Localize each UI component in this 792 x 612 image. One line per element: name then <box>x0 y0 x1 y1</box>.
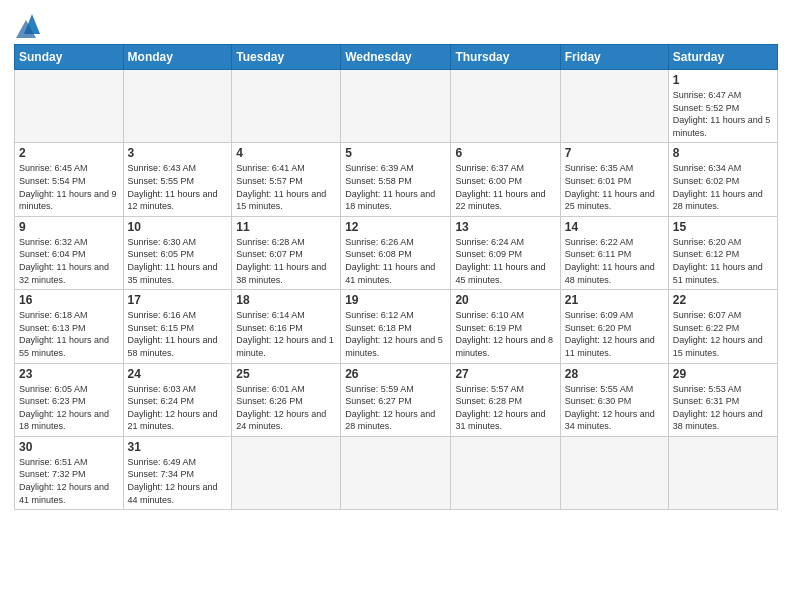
calendar-cell <box>15 70 124 143</box>
header-area <box>14 10 778 38</box>
calendar-cell: 25Sunrise: 6:01 AM Sunset: 6:26 PM Dayli… <box>232 363 341 436</box>
weekday-header-thursday: Thursday <box>451 45 560 70</box>
day-info: Sunrise: 6:39 AM Sunset: 5:58 PM Dayligh… <box>345 162 446 212</box>
day-info: Sunrise: 6:07 AM Sunset: 6:22 PM Dayligh… <box>673 309 773 359</box>
day-info: Sunrise: 5:59 AM Sunset: 6:27 PM Dayligh… <box>345 383 446 433</box>
day-number: 25 <box>236 367 336 381</box>
calendar-cell: 27Sunrise: 5:57 AM Sunset: 6:28 PM Dayli… <box>451 363 560 436</box>
day-number: 16 <box>19 293 119 307</box>
day-info: Sunrise: 6:26 AM Sunset: 6:08 PM Dayligh… <box>345 236 446 286</box>
calendar-table: SundayMondayTuesdayWednesdayThursdayFrid… <box>14 44 778 510</box>
calendar-cell: 13Sunrise: 6:24 AM Sunset: 6:09 PM Dayli… <box>451 216 560 289</box>
day-number: 15 <box>673 220 773 234</box>
calendar-cell: 22Sunrise: 6:07 AM Sunset: 6:22 PM Dayli… <box>668 290 777 363</box>
calendar-cell: 11Sunrise: 6:28 AM Sunset: 6:07 PM Dayli… <box>232 216 341 289</box>
day-number: 31 <box>128 440 228 454</box>
calendar-cell <box>341 436 451 509</box>
calendar-cell <box>668 436 777 509</box>
calendar-cell: 18Sunrise: 6:14 AM Sunset: 6:16 PM Dayli… <box>232 290 341 363</box>
calendar-cell: 10Sunrise: 6:30 AM Sunset: 6:05 PM Dayli… <box>123 216 232 289</box>
calendar-cell <box>560 70 668 143</box>
day-number: 13 <box>455 220 555 234</box>
day-info: Sunrise: 6:20 AM Sunset: 6:12 PM Dayligh… <box>673 236 773 286</box>
weekday-header-row: SundayMondayTuesdayWednesdayThursdayFrid… <box>15 45 778 70</box>
day-info: Sunrise: 5:53 AM Sunset: 6:31 PM Dayligh… <box>673 383 773 433</box>
day-number: 11 <box>236 220 336 234</box>
day-info: Sunrise: 6:47 AM Sunset: 5:52 PM Dayligh… <box>673 89 773 139</box>
day-info: Sunrise: 6:18 AM Sunset: 6:13 PM Dayligh… <box>19 309 119 359</box>
calendar-cell <box>560 436 668 509</box>
calendar-cell <box>341 70 451 143</box>
day-info: Sunrise: 6:43 AM Sunset: 5:55 PM Dayligh… <box>128 162 228 212</box>
day-number: 8 <box>673 146 773 160</box>
day-info: Sunrise: 6:51 AM Sunset: 7:32 PM Dayligh… <box>19 456 119 506</box>
day-number: 19 <box>345 293 446 307</box>
day-number: 9 <box>19 220 119 234</box>
logo <box>14 10 48 38</box>
calendar-cell: 21Sunrise: 6:09 AM Sunset: 6:20 PM Dayli… <box>560 290 668 363</box>
day-number: 3 <box>128 146 228 160</box>
week-row-5: 30Sunrise: 6:51 AM Sunset: 7:32 PM Dayli… <box>15 436 778 509</box>
calendar-cell: 7Sunrise: 6:35 AM Sunset: 6:01 PM Daylig… <box>560 143 668 216</box>
day-info: Sunrise: 6:28 AM Sunset: 6:07 PM Dayligh… <box>236 236 336 286</box>
logo-icon <box>16 10 48 38</box>
day-number: 6 <box>455 146 555 160</box>
day-number: 1 <box>673 73 773 87</box>
calendar-cell <box>451 70 560 143</box>
calendar-cell: 23Sunrise: 6:05 AM Sunset: 6:23 PM Dayli… <box>15 363 124 436</box>
day-info: Sunrise: 6:10 AM Sunset: 6:19 PM Dayligh… <box>455 309 555 359</box>
weekday-header-friday: Friday <box>560 45 668 70</box>
day-number: 26 <box>345 367 446 381</box>
day-number: 10 <box>128 220 228 234</box>
day-info: Sunrise: 6:30 AM Sunset: 6:05 PM Dayligh… <box>128 236 228 286</box>
day-info: Sunrise: 6:41 AM Sunset: 5:57 PM Dayligh… <box>236 162 336 212</box>
day-info: Sunrise: 6:32 AM Sunset: 6:04 PM Dayligh… <box>19 236 119 286</box>
calendar-cell: 14Sunrise: 6:22 AM Sunset: 6:11 PM Dayli… <box>560 216 668 289</box>
day-info: Sunrise: 6:12 AM Sunset: 6:18 PM Dayligh… <box>345 309 446 359</box>
day-number: 21 <box>565 293 664 307</box>
day-info: Sunrise: 6:09 AM Sunset: 6:20 PM Dayligh… <box>565 309 664 359</box>
week-row-2: 9Sunrise: 6:32 AM Sunset: 6:04 PM Daylig… <box>15 216 778 289</box>
day-info: Sunrise: 6:22 AM Sunset: 6:11 PM Dayligh… <box>565 236 664 286</box>
calendar-cell: 1Sunrise: 6:47 AM Sunset: 5:52 PM Daylig… <box>668 70 777 143</box>
day-number: 24 <box>128 367 228 381</box>
week-row-1: 2Sunrise: 6:45 AM Sunset: 5:54 PM Daylig… <box>15 143 778 216</box>
day-number: 30 <box>19 440 119 454</box>
day-info: Sunrise: 5:55 AM Sunset: 6:30 PM Dayligh… <box>565 383 664 433</box>
calendar-cell: 28Sunrise: 5:55 AM Sunset: 6:30 PM Dayli… <box>560 363 668 436</box>
calendar-cell: 16Sunrise: 6:18 AM Sunset: 6:13 PM Dayli… <box>15 290 124 363</box>
calendar-cell: 29Sunrise: 5:53 AM Sunset: 6:31 PM Dayli… <box>668 363 777 436</box>
day-info: Sunrise: 6:34 AM Sunset: 6:02 PM Dayligh… <box>673 162 773 212</box>
calendar-cell: 9Sunrise: 6:32 AM Sunset: 6:04 PM Daylig… <box>15 216 124 289</box>
week-row-4: 23Sunrise: 6:05 AM Sunset: 6:23 PM Dayli… <box>15 363 778 436</box>
weekday-header-wednesday: Wednesday <box>341 45 451 70</box>
calendar-cell: 4Sunrise: 6:41 AM Sunset: 5:57 PM Daylig… <box>232 143 341 216</box>
calendar-cell: 5Sunrise: 6:39 AM Sunset: 5:58 PM Daylig… <box>341 143 451 216</box>
day-info: Sunrise: 6:24 AM Sunset: 6:09 PM Dayligh… <box>455 236 555 286</box>
calendar-cell <box>232 436 341 509</box>
calendar-cell: 24Sunrise: 6:03 AM Sunset: 6:24 PM Dayli… <box>123 363 232 436</box>
day-number: 4 <box>236 146 336 160</box>
weekday-header-tuesday: Tuesday <box>232 45 341 70</box>
day-number: 2 <box>19 146 119 160</box>
calendar-cell: 31Sunrise: 6:49 AM Sunset: 7:34 PM Dayli… <box>123 436 232 509</box>
day-info: Sunrise: 6:49 AM Sunset: 7:34 PM Dayligh… <box>128 456 228 506</box>
day-number: 29 <box>673 367 773 381</box>
week-row-0: 1Sunrise: 6:47 AM Sunset: 5:52 PM Daylig… <box>15 70 778 143</box>
calendar-cell: 3Sunrise: 6:43 AM Sunset: 5:55 PM Daylig… <box>123 143 232 216</box>
weekday-header-saturday: Saturday <box>668 45 777 70</box>
day-number: 18 <box>236 293 336 307</box>
day-info: Sunrise: 6:35 AM Sunset: 6:01 PM Dayligh… <box>565 162 664 212</box>
day-info: Sunrise: 6:45 AM Sunset: 5:54 PM Dayligh… <box>19 162 119 212</box>
weekday-header-sunday: Sunday <box>15 45 124 70</box>
calendar-cell: 20Sunrise: 6:10 AM Sunset: 6:19 PM Dayli… <box>451 290 560 363</box>
calendar-cell: 6Sunrise: 6:37 AM Sunset: 6:00 PM Daylig… <box>451 143 560 216</box>
calendar-cell: 19Sunrise: 6:12 AM Sunset: 6:18 PM Dayli… <box>341 290 451 363</box>
calendar-cell: 26Sunrise: 5:59 AM Sunset: 6:27 PM Dayli… <box>341 363 451 436</box>
day-number: 17 <box>128 293 228 307</box>
calendar-cell: 12Sunrise: 6:26 AM Sunset: 6:08 PM Dayli… <box>341 216 451 289</box>
day-number: 27 <box>455 367 555 381</box>
day-info: Sunrise: 6:16 AM Sunset: 6:15 PM Dayligh… <box>128 309 228 359</box>
calendar-cell: 15Sunrise: 6:20 AM Sunset: 6:12 PM Dayli… <box>668 216 777 289</box>
day-number: 23 <box>19 367 119 381</box>
